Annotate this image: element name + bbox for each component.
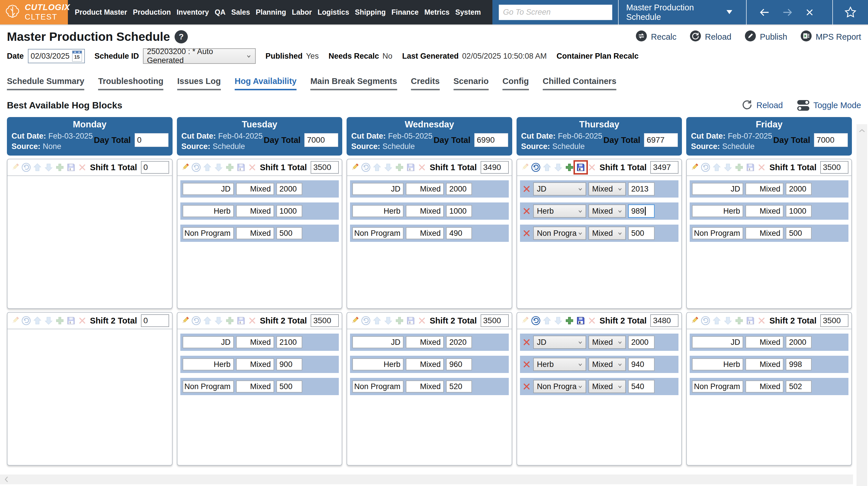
hog-name-field[interactable]: Herb <box>352 358 404 370</box>
hog-name-select[interactable]: JD <box>533 182 586 195</box>
add-row-icon[interactable] <box>395 163 404 172</box>
undo-icon[interactable] <box>701 163 710 172</box>
undo-icon[interactable] <box>191 163 201 172</box>
edit-pencil-icon[interactable] <box>690 316 699 325</box>
schedule-id-select[interactable]: 250203200 : * Auto Generated <box>143 48 256 64</box>
move-down-icon[interactable] <box>384 316 393 325</box>
edit-pencil-icon[interactable] <box>10 163 20 172</box>
hog-type-field[interactable]: Mixed <box>745 358 783 370</box>
hog-name-field[interactable]: Herb <box>183 358 234 370</box>
hog-type-select[interactable]: Mixed <box>588 182 626 195</box>
day-total-input[interactable]: 6977 <box>644 133 678 147</box>
edit-pencil-icon[interactable] <box>690 163 699 172</box>
edit-pencil-icon[interactable] <box>350 316 359 325</box>
edit-pencil-icon[interactable] <box>10 316 20 325</box>
hog-name-field[interactable]: JD <box>183 336 234 348</box>
nav-item-metrics[interactable]: Metrics <box>421 8 453 17</box>
undo-icon[interactable] <box>191 316 201 325</box>
hog-type-select[interactable]: Mixed <box>588 380 626 393</box>
date-input[interactable]: 02/03/2025 15 <box>28 49 85 63</box>
tab-main-break-segments[interactable]: Main Break Segments <box>310 77 397 90</box>
qty-field[interactable]: 2000 <box>786 183 812 195</box>
undo-icon[interactable] <box>531 316 540 325</box>
close-icon[interactable] <box>805 7 814 17</box>
qty-field[interactable]: 2020 <box>446 336 472 348</box>
day-total-input[interactable]: 7000 <box>304 133 338 147</box>
favorite-star-icon[interactable] <box>833 6 868 19</box>
mps-report-button[interactable]: MPS Report <box>800 30 861 44</box>
move-up-icon[interactable] <box>542 163 552 172</box>
hog-type-field[interactable]: Mixed <box>236 381 274 393</box>
delete-row-icon[interactable] <box>522 360 531 369</box>
qty-field[interactable]: 2000 <box>786 336 812 348</box>
hog-type-field[interactable]: Mixed <box>406 183 444 195</box>
move-up-icon[interactable] <box>542 316 552 325</box>
tab-scenario[interactable]: Scenario <box>454 77 489 90</box>
move-down-icon[interactable] <box>723 163 733 172</box>
nav-item-qa[interactable]: QA <box>212 8 228 17</box>
edit-pencil-icon[interactable] <box>180 163 189 172</box>
nav-item-shipping[interactable]: Shipping <box>352 8 389 17</box>
hog-name-field[interactable]: Non Program <box>183 381 234 393</box>
undo-icon[interactable] <box>361 316 370 325</box>
shift-total-input[interactable]: 3497 <box>650 161 679 174</box>
add-row-icon[interactable] <box>735 316 744 325</box>
hog-type-field[interactable]: Mixed <box>236 227 274 239</box>
back-arrow-icon[interactable] <box>759 7 770 18</box>
hog-name-field[interactable]: JD <box>352 336 404 348</box>
hog-type-field[interactable]: Mixed <box>406 358 444 370</box>
undo-icon[interactable] <box>361 163 370 172</box>
nav-item-system[interactable]: System <box>453 8 484 17</box>
move-up-icon[interactable] <box>372 163 382 172</box>
day-total-input[interactable]: 7000 <box>814 133 848 147</box>
hog-type-select[interactable]: Mixed <box>588 226 626 240</box>
qty-field[interactable]: 998 <box>786 358 812 370</box>
move-down-icon[interactable] <box>384 163 393 172</box>
hog-type-field[interactable]: Mixed <box>745 336 783 348</box>
hog-name-field[interactable]: JD <box>352 183 404 195</box>
delete-row-icon[interactable] <box>522 185 531 193</box>
move-up-icon[interactable] <box>203 316 212 325</box>
qty-field[interactable]: 502 <box>786 381 812 393</box>
add-row-icon[interactable] <box>735 163 744 172</box>
go-to-screen-input[interactable] <box>499 5 612 20</box>
shift-total-input[interactable]: 3490 <box>480 161 509 174</box>
calendar-icon[interactable]: 15 <box>72 51 82 62</box>
save-icon[interactable] <box>576 316 585 325</box>
horizontal-scrollbar[interactable] <box>0 475 853 484</box>
qty-field[interactable]: 1000 <box>786 205 812 217</box>
delete-row-icon[interactable] <box>522 229 531 238</box>
hog-name-field[interactable]: Non Program <box>183 227 234 239</box>
section-reload-button[interactable]: Reload <box>741 99 783 112</box>
qty-field[interactable]: 1000 <box>276 205 302 217</box>
save-icon[interactable] <box>406 163 415 172</box>
hog-name-field[interactable]: Non Program <box>352 381 404 393</box>
save-icon[interactable] <box>66 163 75 172</box>
move-up-icon[interactable] <box>203 163 212 172</box>
delete-shift-icon[interactable] <box>248 163 257 172</box>
delete-shift-icon[interactable] <box>757 316 766 325</box>
hog-name-select[interactable]: Herb <box>533 205 586 218</box>
qty-field[interactable]: 500 <box>786 227 812 239</box>
delete-row-icon[interactable] <box>522 382 531 391</box>
qty-input[interactable]: 540 <box>628 380 655 393</box>
delete-shift-icon[interactable] <box>417 316 427 325</box>
hog-name-field[interactable]: Herb <box>352 205 404 217</box>
nav-item-production[interactable]: Production <box>130 8 174 17</box>
nav-item-inventory[interactable]: Inventory <box>174 8 212 17</box>
nav-item-finance[interactable]: Finance <box>389 8 421 17</box>
tab-config[interactable]: Config <box>502 77 529 90</box>
hog-type-field[interactable]: Mixed <box>745 381 783 393</box>
recalc-button[interactable]: Recalc <box>636 30 677 44</box>
hog-type-field[interactable]: Mixed <box>406 205 444 217</box>
day-total-input[interactable]: 6990 <box>474 133 508 147</box>
save-icon[interactable] <box>406 316 415 325</box>
qty-field[interactable]: 2100 <box>276 336 302 348</box>
hog-type-field[interactable]: Mixed <box>406 336 444 348</box>
hog-type-field[interactable]: Mixed <box>236 183 274 195</box>
add-row-icon[interactable] <box>565 316 574 325</box>
app-logo[interactable]: CUTLOGIX CLTEST <box>0 0 68 25</box>
hog-name-field[interactable]: Non Program <box>692 381 743 393</box>
tab-issues-log[interactable]: Issues Log <box>177 77 221 90</box>
hog-type-field[interactable]: Mixed <box>236 358 274 370</box>
